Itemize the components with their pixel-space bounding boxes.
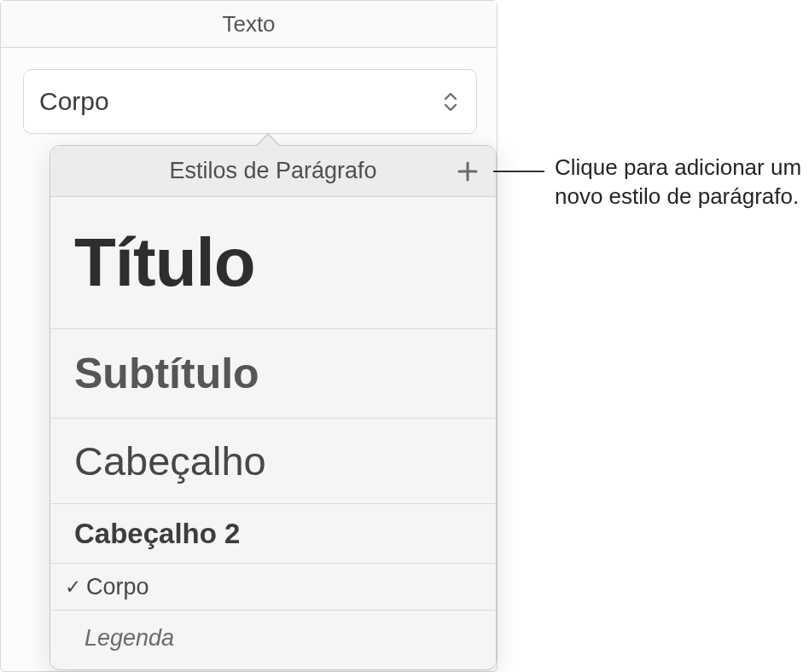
- updown-chevron-icon: [444, 93, 457, 111]
- style-item-corpo[interactable]: ✓ Corpo: [50, 564, 496, 611]
- popover-header: Estilos de Parágrafo: [50, 146, 496, 197]
- style-item-label: Título: [74, 223, 255, 302]
- style-item-subtitulo[interactable]: Subtítulo: [50, 329, 496, 419]
- paragraph-styles-popover: Estilos de Parágrafo Título Subtítulo Ca…: [49, 145, 497, 670]
- style-item-label: Legenda: [84, 625, 174, 652]
- style-item-titulo[interactable]: Título: [50, 197, 496, 329]
- style-item-label: Subtítulo: [74, 349, 259, 398]
- style-item-cabecalho2[interactable]: Cabeçalho 2: [50, 504, 496, 564]
- panel-header-label: Texto: [222, 11, 275, 38]
- checkmark-icon: ✓: [62, 576, 83, 599]
- callout-text: Clique para adicionar um novo estilo de …: [555, 154, 807, 211]
- popover-title: Estilos de Parágrafo: [169, 158, 376, 184]
- style-item-label: Cabeçalho: [74, 437, 266, 484]
- style-item-label: Cabeçalho 2: [74, 518, 240, 550]
- callout-leader-line: [493, 171, 544, 172]
- panel-header: Texto: [1, 1, 497, 48]
- style-item-legenda[interactable]: Legenda: [50, 611, 496, 665]
- style-item-label: Corpo: [86, 574, 149, 600]
- popover-arrow: [256, 135, 280, 147]
- add-style-button[interactable]: [453, 157, 482, 186]
- paragraph-style-select-label: Corpo: [39, 87, 109, 116]
- paragraph-style-select[interactable]: Corpo: [23, 69, 477, 134]
- plus-icon: [457, 160, 479, 182]
- style-list: Título Subtítulo Cabeçalho Cabeçalho 2 ✓…: [50, 197, 496, 665]
- style-item-cabecalho[interactable]: Cabeçalho: [50, 419, 496, 504]
